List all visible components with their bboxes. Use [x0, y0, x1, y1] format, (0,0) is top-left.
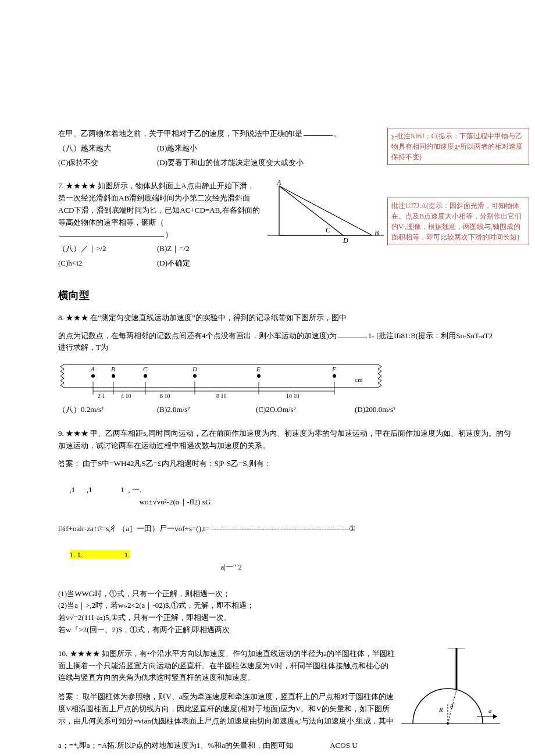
- svg-text:B: B: [374, 229, 379, 237]
- q9-row1b: wo±√vo²-2(α｜-fl2) sG: [140, 497, 211, 506]
- q8-blank: [338, 338, 367, 338]
- q9-stars: ★★★: [66, 429, 88, 438]
- q8-stem-line2: 的点为记数点，在每两相邻的记数点间还有4个点没有画出，则小车运动的加速度)为1-…: [58, 330, 500, 354]
- q8-stars: ★★★: [66, 313, 88, 322]
- svg-text:4 10: 4 10: [121, 393, 131, 399]
- svg-text:R: R: [438, 706, 443, 713]
- q7-options: （八）／｜>/2 (B)Z｜=/2: [58, 243, 262, 255]
- q9-l4: 若w『>2(回一。2)$，①式，有两个正解,即相遇两次: [58, 624, 512, 636]
- section-heading-horizontal: 横向型: [58, 287, 384, 304]
- q7-stem-tail: ）: [165, 230, 173, 239]
- q8-opt-a: （八）0.2m/s²: [58, 404, 145, 416]
- q9-row2b: --------------------------- ------------…: [211, 524, 356, 533]
- svg-text:D: D: [192, 366, 197, 372]
- q9-l1: (1)当WWG时，①式，只有一个正解，则相遇一次；: [58, 588, 512, 600]
- q6-stem-line: 在甲、乙两物体着地之前，关于甲相对于乙的速度，下列说法中正确的I是。: [58, 128, 384, 140]
- q6-options: （八）越来越大 (B)越来越小: [58, 142, 384, 155]
- svg-text:6 10: 6 10: [160, 393, 170, 399]
- q7-opt-d: (D)不确定: [157, 257, 244, 270]
- q8-stem-line1: 8. ★★★ 在“测定匀变速直线运动加速度”的实验中，得到的记录纸带如下图所示，…: [58, 312, 500, 324]
- question-9: 9. ★★★ 甲、乙两车相距s,同时同向运动，乙在前面作加速度为内、初速度为零的…: [58, 428, 512, 636]
- q7-options-row2: (C)h<i2 (D)不确定: [58, 257, 384, 270]
- svg-text:10 10: 10 10: [286, 393, 299, 399]
- q6-opt-b: (B)越来越小: [157, 142, 244, 155]
- svg-text:8 10: 8 10: [216, 393, 227, 399]
- q9-stem-text: 甲、乙两车相距s,同时同向运动，乙在前面作加速度为内、初速度为零的匀加速运动，甲…: [58, 429, 511, 450]
- svg-point-19: [333, 374, 336, 378]
- q10-ans-line2: a；=*,即a；=A拓.所以P点的对地加速度为1、%和a的矢量和，由图可知 ΛC…: [58, 740, 500, 752]
- q7-opt-a: （八）／｜>/2: [58, 243, 145, 255]
- q8-opt-b: (B)2.0m/s²: [157, 404, 244, 416]
- q10-num: 10.: [58, 649, 67, 658]
- q6-opt-d: (D)要看丁和山的值才能决定速度变大或变小: [157, 157, 304, 169]
- q7-stars: ★★★★: [66, 181, 96, 190]
- q9-formula-row1: ,1 ,1 1 , 一. wo±√vo²-2(α｜-fl2) sG: [58, 472, 512, 520]
- q9-ans-label: 答案：: [58, 459, 81, 468]
- q9-num: 9.: [58, 429, 64, 438]
- q10-stars: ★★★★: [70, 649, 100, 658]
- q10-ans-label: 答案：: [58, 692, 81, 701]
- question-8: 8. ★★★ 在“测定匀变速直线运动加速度”的实验中，得到的记录纸带如下图所示，…: [58, 312, 500, 416]
- question-6: 在甲、乙两物体着地之前，关于甲相对于乙的速度，下列说法中正确的I是。 （八）越来…: [58, 128, 384, 169]
- q9-row2a: i¾f+oair-za↑t²=s,彳（a］一田）尸一vof+s=(),t=: [58, 524, 209, 533]
- q9-row3a: 1. 1. 1.: [70, 550, 130, 559]
- anno8-label: [批注Ifi81:B: [376, 331, 416, 340]
- q9-l3: 若v√=2(11I-a₂)5,①式，只有一个正解，即相遇一次。: [58, 612, 512, 624]
- anno6-label: γ-批注KI6J：C: [391, 132, 436, 140]
- svg-point-11: [112, 374, 115, 378]
- q6-blank: [304, 135, 333, 136]
- q6-opt-c: (C)保持不变: [58, 157, 145, 169]
- svg-text:D: D: [343, 237, 348, 244]
- q6-options-row2: (C)保持不变 (D)要看丁和山的值才能决定速度变大或变小: [58, 157, 384, 169]
- question-10: R θ a 10. ★★★★ 如图所示，有•个沿水平方向以加速度。作匀加速直线运…: [58, 648, 500, 752]
- annotation-q7: 批注UJ7J:A(提示：因斜面光滑，可知物体在。点及B点速度大小相等，分别作出它…: [387, 198, 529, 245]
- q8-opt-d: (D)200.0m/s²: [355, 404, 442, 416]
- svg-text:a: a: [488, 707, 492, 714]
- q9-answer: 答案： 由于S中=WH42凡S乙=£内凡相遇时有：S|P-S乙=S,则有：: [58, 458, 512, 470]
- q9-ans1: 由于S中=WH42凡S乙=£内凡相遇时有：S|P-S乙=S,则有：: [83, 459, 272, 468]
- q9-row3b: a|一" 2: [221, 562, 242, 571]
- q8-stem2: 的点为记数点，在每两相邻的记数点间还有4个点没有画出，则小车运动的加速度)为: [58, 331, 337, 340]
- q10-figure: R θ a: [401, 648, 500, 735]
- q10-stem-text: 如图所示，有•个沿水平方向以加速度。作匀加速直线运动的半径为a的半圆柱体，半圆柱…: [58, 649, 395, 682]
- svg-text:E: E: [256, 366, 261, 372]
- q10-ans1: 取半圆柱体为参照物，则V、a应为牵连速度和牵连加速度，竖直杆上的尸点相对于圆柱体…: [58, 692, 394, 725]
- svg-line-2: [279, 186, 343, 235]
- q8-stem1: 在“测定匀变速直线运动加速度”的实验中，得到的记录纸带如下图所示，图中: [90, 313, 347, 322]
- q6-stem: 在甲、乙两物体着地之前，关于甲相对于乙的速度，下列说法中正确的I是: [58, 129, 302, 138]
- anno7-label: 批注UJ7J:A: [391, 202, 426, 210]
- q7-num: 7.: [58, 181, 64, 190]
- svg-point-15: [193, 374, 197, 378]
- q10-ans2: a；=*,即a；=A拓.所以P点的对地加速度为1、%和a的矢量和，由图可知: [58, 741, 293, 750]
- svg-text:2 1: 2 1: [98, 393, 105, 399]
- q9-stem: 9. ★★★ 甲、乙两车相距s,同时同向运动，乙在前面作加速度为内、初速度为零的…: [58, 428, 512, 452]
- svg-text:A: A: [90, 366, 95, 372]
- q7-figure: A C D B: [268, 180, 384, 244]
- q10-ans3: ΛCOS U: [330, 741, 357, 750]
- q9-row1a: ,1 ,1 1 , 一.: [70, 485, 142, 494]
- q8-tape-figure: A B C D E F cm 2 1 4 10 6 10 8 10 10 10: [58, 359, 500, 399]
- q7-blank: [59, 237, 164, 237]
- q7-opt-b: (B)Z｜=/2: [157, 243, 244, 255]
- q7-opt-c: (C)h<i2: [58, 257, 145, 270]
- q6-stem-tail: 。: [334, 129, 341, 138]
- q9-formula-row2: i¾f+oair-za↑t²=s,彳（a］一田）尸一vof+s=(),t= --…: [58, 523, 512, 535]
- q8-options: （八）0.2m/s² (B)2.0m/s² (C)2O.Om/s² (D)200…: [58, 404, 500, 416]
- question-7: A C D B 7. ★★★★ 如图所示，物体从斜面上A点由静止开始下滑，第一次…: [58, 180, 384, 270]
- svg-text:C: C: [326, 226, 331, 234]
- svg-point-9: [91, 374, 95, 378]
- svg-text:B: B: [111, 366, 115, 372]
- svg-text:θ: θ: [450, 703, 454, 710]
- annotation-q6: γ-批注KI6J：C(提示：下落过程中甲物与乙物具有相同的加速度g•所以两者的相…: [387, 128, 529, 165]
- svg-text:C: C: [143, 366, 148, 372]
- q8-num: 8.: [58, 313, 64, 322]
- svg-point-13: [144, 374, 147, 378]
- q9-l2: (2)当a｜>,2吋，若w»2<2(a｜-02)$,①式，无解，即不相遇；: [58, 600, 512, 612]
- svg-text:A: A: [276, 180, 281, 187]
- q6-opt-a: （八）越来越大: [58, 142, 145, 155]
- q8-opt-c: (C)2O.Om/s²: [256, 404, 343, 416]
- svg-text:cm: cm: [355, 376, 363, 383]
- svg-point-17: [257, 374, 261, 378]
- svg-marker-51: [493, 714, 497, 719]
- svg-text:F: F: [331, 366, 336, 372]
